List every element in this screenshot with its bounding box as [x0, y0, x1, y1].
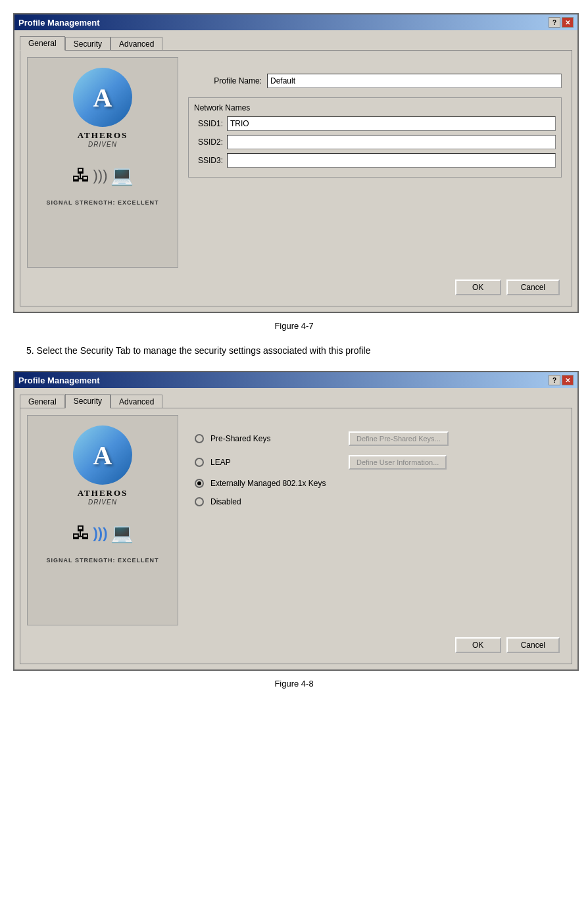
network-names-label: Network Names: [194, 103, 556, 112]
fig2-wifi-waves-icon: ))): [93, 525, 108, 542]
help-button[interactable]: ?: [549, 17, 560, 28]
fig2-cancel-button[interactable]: Cancel: [506, 637, 560, 653]
router-icon: 🖧: [72, 164, 90, 186]
ssid1-label: SSID1:: [194, 119, 227, 128]
profile-name-input[interactable]: [267, 74, 562, 88]
step5-text: 5. Select the Security Tab to manage the…: [26, 344, 562, 358]
ssid1-input[interactable]: [227, 116, 556, 131]
label-extmanaged: Externally Managed 802.1x Keys: [210, 479, 342, 488]
fig2-atheros-tagline: DRIVEN: [73, 498, 132, 506]
ok-button[interactable]: OK: [455, 279, 501, 295]
figure2-title: Profile Management: [18, 376, 100, 385]
ssid2-input[interactable]: [227, 135, 556, 149]
logo-letter: A: [93, 82, 112, 113]
security-row-extmanaged: Externally Managed 802.1x Keys: [195, 479, 555, 488]
fig2-tab-advanced[interactable]: Advanced: [110, 395, 162, 408]
laptop-icon: 💻: [110, 164, 134, 186]
fig2-ok-button[interactable]: OK: [455, 637, 501, 653]
fig2-right-panel: Pre-Shared Keys Define Pre-Shared Keys..…: [185, 415, 565, 625]
figure2-help-button[interactable]: ?: [549, 375, 560, 385]
radio-leap[interactable]: [195, 458, 204, 467]
radio-disabled[interactable]: [195, 497, 204, 506]
fig2-wifi-illustration: 🖧 ))) 💻: [72, 522, 134, 544]
cancel-button[interactable]: Cancel: [506, 279, 560, 295]
figure1-window: Profile Management ? ✕ General Security …: [13, 13, 579, 313]
tab-security[interactable]: Security: [65, 37, 110, 51]
radio-extmanaged[interactable]: [195, 479, 204, 488]
radio-preshared[interactable]: [195, 434, 204, 443]
fig2-signal-value: EXCELLENT: [118, 557, 159, 564]
wifi-waves-icon: ))): [93, 167, 108, 184]
fig2-signal-strength-label: SIGNAL STRENGTH: EXCELLENT: [47, 557, 159, 564]
fig2-atheros-company-name: ATHEROS: [73, 488, 132, 498]
wifi-illustration: 🖧 ))) 💻: [72, 164, 134, 186]
fig2-logo-letter: A: [93, 440, 112, 471]
define-preshared-btn[interactable]: Define Pre-Shared Keys...: [349, 431, 449, 446]
tab-general[interactable]: General: [20, 36, 65, 51]
figure1-titlebar: Profile Management ? ✕: [14, 14, 577, 30]
atheros-tagline: DRIVEN: [73, 141, 132, 148]
label-disabled: Disabled: [210, 497, 342, 506]
figure2-titlebar: Profile Management ? ✕: [14, 372, 577, 388]
fig2-tab-security[interactable]: Security: [65, 394, 110, 408]
security-row-disabled: Disabled: [195, 497, 555, 506]
label-leap: LEAP: [210, 458, 342, 467]
atheros-logo-circle: A: [73, 68, 132, 127]
tab-advanced[interactable]: Advanced: [110, 37, 162, 51]
figure1-caption: Figure 4-7: [13, 321, 575, 331]
fig2-laptop-icon: 💻: [110, 522, 134, 544]
figure2-window: Profile Management ? ✕ General Security …: [13, 371, 579, 671]
ssid3-label: SSID3:: [194, 156, 227, 165]
security-row-preshared: Pre-Shared Keys Define Pre-Shared Keys..…: [195, 431, 555, 446]
define-user-info-btn[interactable]: Define User Information...: [349, 455, 447, 470]
figure2-caption: Figure 4-8: [13, 679, 575, 689]
left-panel: A ATHEROS DRIVEN 🖧 ))) 💻 SIGNAL STRENGTH…: [27, 57, 178, 268]
close-button[interactable]: ✕: [562, 17, 574, 28]
ssid2-label: SSID2:: [194, 137, 227, 147]
fig2-tab-general[interactable]: General: [20, 395, 65, 408]
signal-value: EXCELLENT: [118, 199, 159, 206]
profile-name-label: Profile Name:: [188, 76, 267, 85]
fig2-atheros-logo-circle: A: [73, 425, 132, 485]
security-row-leap: LEAP Define User Information...: [195, 455, 555, 470]
figure2-close-button[interactable]: ✕: [562, 375, 574, 385]
fig2-left-panel: A ATHEROS DRIVEN 🖧 ))) 💻 SIGNAL STRENGTH…: [27, 415, 178, 625]
atheros-company-name: ATHEROS: [73, 130, 132, 141]
right-panel: Profile Name: Network Names SSID1: SSID2…: [185, 57, 565, 268]
figure1-title: Profile Management: [18, 18, 100, 28]
label-preshared: Pre-Shared Keys: [210, 434, 342, 443]
signal-strength-label: SIGNAL STRENGTH: EXCELLENT: [47, 199, 159, 206]
fig2-router-icon: 🖧: [72, 522, 90, 544]
ssid3-input[interactable]: [227, 153, 556, 168]
